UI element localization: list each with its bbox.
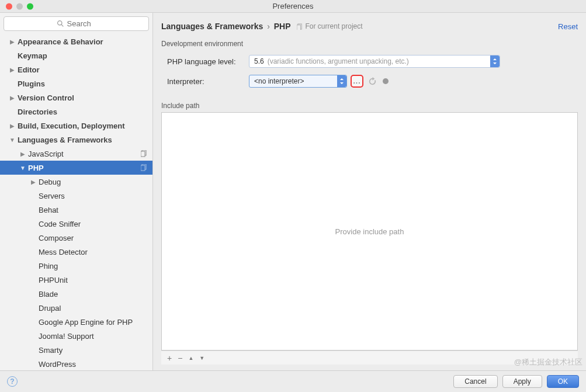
tree-item-directories[interactable]: Directories (0, 105, 152, 119)
breadcrumb-part-2: PHP (274, 22, 291, 31)
settings-tree: ▶Appearance & BehaviorKeymap▶EditorPlugi… (0, 34, 152, 370)
tree-item-version-control[interactable]: ▶Version Control (0, 91, 152, 105)
tree-item-label: JavaScript (28, 150, 64, 158)
include-path-empty-hint: Provide include path (162, 113, 577, 350)
tree-item-label: Drupal (39, 304, 61, 313)
tree-item-behat[interactable]: Behat (0, 203, 152, 217)
window-minimize-icon[interactable] (16, 3, 23, 9)
tree-item-composer[interactable]: Composer (0, 231, 152, 245)
tree-item-label: Joomla! Support (39, 332, 94, 341)
expand-icon: ▶ (9, 39, 15, 45)
tree-item-google-app-engine-for-php[interactable]: Google App Engine for PHP (0, 315, 152, 329)
remove-button[interactable]: − (178, 353, 182, 363)
scope-icon (141, 164, 148, 171)
add-button[interactable]: + (167, 353, 172, 363)
expand-icon: ▶ (30, 179, 36, 185)
tree-item-languages-frameworks[interactable]: ▼Languages & Frameworks (0, 133, 152, 147)
svg-rect-3 (141, 151, 145, 157)
tree-item-label: Blade (39, 290, 58, 299)
breadcrumb: Languages & Frameworks › PHP (161, 22, 291, 31)
tree-item-label: PHP (28, 164, 44, 172)
expand-icon: ▶ (9, 67, 15, 73)
tree-item-label: Plugins (18, 79, 45, 88)
move-up-button[interactable]: ▲ (188, 355, 193, 361)
tree-item-smarty[interactable]: Smarty (0, 343, 152, 357)
search-field[interactable] (67, 19, 96, 28)
interpreter-value: <no interpreter> (254, 77, 304, 85)
search-input[interactable] (4, 16, 149, 31)
tree-item-label: PHPUnit (39, 276, 68, 285)
expand-icon: ▼ (9, 137, 15, 143)
tree-item-code-sniffer[interactable]: Code Sniffer (0, 217, 152, 231)
tree-item-label: Google App Engine for PHP (39, 318, 133, 327)
tree-item-mess-detector[interactable]: Mess Detector (0, 245, 152, 259)
tree-item-build-execution-deployment[interactable]: ▶Build, Execution, Deployment (0, 119, 152, 133)
php-language-level-label: PHP language level: (167, 57, 249, 66)
dropdown-arrows-icon (337, 75, 346, 87)
content-pane: Languages & Frameworks › PHP For current… (153, 13, 586, 370)
include-path-label: Include path (161, 102, 578, 110)
watermark: @稀土掘金技术社区 (514, 357, 582, 367)
tree-item-label: Editor (18, 65, 40, 74)
tree-item-drupal[interactable]: Drupal (0, 301, 152, 315)
dialog-footer: ? Cancel Apply OK (0, 370, 586, 391)
tree-item-label: Debug (39, 178, 61, 186)
tree-item-label: Servers (39, 192, 65, 200)
window-title: Preferences (272, 2, 313, 11)
svg-point-0 (57, 21, 61, 25)
tree-item-php[interactable]: ▼PHP (0, 161, 152, 175)
expand-icon: ▶ (9, 123, 15, 129)
move-down-button[interactable]: ▼ (199, 355, 204, 361)
scope-icon (141, 150, 148, 157)
expand-icon: ▶ (9, 95, 15, 101)
breadcrumb-part-1: Languages & Frameworks (161, 22, 263, 31)
tree-item-plugins[interactable]: Plugins (0, 77, 152, 91)
tree-item-label: Languages & Frameworks (18, 136, 112, 144)
svg-rect-5 (141, 165, 145, 171)
reset-link[interactable]: Reset (558, 22, 578, 31)
tree-item-servers[interactable]: Servers (0, 189, 152, 203)
search-icon (57, 20, 64, 27)
tree-item-blade[interactable]: Blade (0, 287, 152, 301)
php-language-level-value: 5.6 (254, 57, 264, 65)
tree-item-label: Keymap (18, 51, 47, 60)
tree-item-editor[interactable]: ▶Editor (0, 63, 152, 77)
help-button[interactable]: ? (7, 376, 18, 387)
ok-button[interactable]: OK (547, 375, 579, 388)
interpreter-browse-button[interactable]: ... (351, 75, 363, 88)
tree-item-phing[interactable]: Phing (0, 259, 152, 273)
apply-button[interactable]: Apply (502, 375, 542, 388)
sidebar: ▶Appearance & BehaviorKeymap▶EditorPlugi… (0, 13, 153, 370)
include-path-list[interactable]: Provide include path (161, 112, 578, 351)
expand-icon: ▼ (20, 165, 26, 171)
tree-item-label: Behat (39, 206, 58, 214)
php-language-level-select[interactable]: 5.6 (variadic functions, argument unpack… (249, 55, 500, 68)
tree-item-label: Phing (39, 262, 58, 270)
tree-item-joomla-support[interactable]: Joomla! Support (0, 329, 152, 343)
tree-item-label: Composer (39, 234, 74, 242)
dropdown-arrows-icon (490, 55, 500, 67)
status-dot-icon (383, 78, 389, 84)
tree-item-label: Mess Detector (39, 248, 88, 256)
traffic-lights (6, 3, 33, 9)
cancel-button[interactable]: Cancel (453, 375, 497, 388)
tree-item-label: Smarty (39, 346, 63, 355)
tree-item-wordpress[interactable]: WordPress (0, 357, 152, 370)
expand-icon: ▶ (20, 151, 26, 157)
project-scope-hint: For current project (297, 22, 363, 30)
php-language-level-hint: (variadic functions, argument unpacking,… (268, 57, 409, 65)
window-close-icon[interactable] (6, 3, 12, 9)
interpreter-select[interactable]: <no interpreter> (249, 75, 347, 88)
tree-item-phpunit[interactable]: PHPUnit (0, 273, 152, 287)
tree-item-keymap[interactable]: Keymap (0, 48, 152, 63)
project-scope-icon (297, 23, 303, 30)
refresh-icon[interactable] (368, 77, 377, 86)
tree-item-label: WordPress (39, 360, 76, 369)
tree-item-debug[interactable]: ▶Debug (0, 175, 152, 189)
tree-item-javascript[interactable]: ▶JavaScript (0, 147, 152, 161)
svg-rect-7 (297, 25, 300, 29)
tree-item-label: Directories (18, 107, 57, 116)
tree-item-appearance-behavior[interactable]: ▶Appearance & Behavior (0, 34, 152, 48)
tree-item-label: Version Control (18, 93, 74, 102)
window-zoom-icon[interactable] (27, 3, 33, 9)
